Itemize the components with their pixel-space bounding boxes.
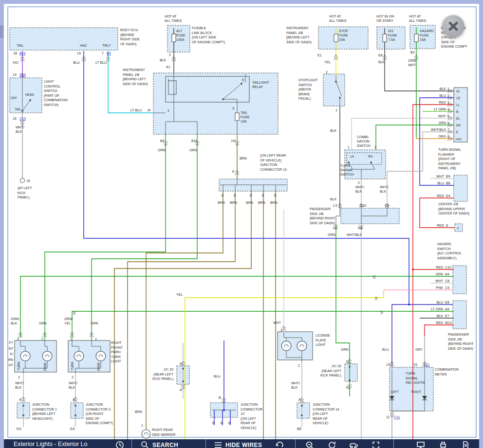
undo-button[interactable] <box>275 440 284 448</box>
document-icon <box>461 440 470 448</box>
vehicle-button[interactable] <box>349 440 358 448</box>
toolbar-divider <box>393 439 394 448</box>
search-icon <box>140 440 150 448</box>
search-button[interactable]: SEARCH <box>140 440 178 448</box>
zoom-out-button[interactable] <box>305 440 315 448</box>
clock-button[interactable] <box>115 440 125 448</box>
printer-button[interactable] <box>438 440 448 448</box>
diagram-title: Exterior Lights - Exterior Lo <box>14 441 87 448</box>
clock-icon <box>115 440 125 448</box>
expand-icon <box>371 440 381 448</box>
vehicle-icon <box>349 440 358 448</box>
undo-icon <box>275 440 284 448</box>
document-button[interactable] <box>461 440 470 448</box>
search-label: SEARCH <box>152 440 178 448</box>
printer-icon <box>438 440 448 448</box>
toolbar-divider <box>295 439 296 448</box>
expand-button[interactable] <box>371 440 381 448</box>
zoom-out-icon <box>305 440 315 448</box>
hide-wires-icon <box>213 440 223 448</box>
hide-wires-button[interactable]: HIDE WIRES <box>213 440 262 448</box>
hide-wires-label: HIDE WIRES <box>225 440 262 448</box>
bottom-toolbar: Exterior Lights - Exterior Lo SEARCH HID… <box>4 439 479 448</box>
toolbar-divider <box>205 439 206 448</box>
toolbar-divider <box>131 439 132 448</box>
history-icon <box>327 440 337 448</box>
diagram-canvas[interactable] <box>4 4 479 439</box>
app-window: BODY ECU(BEHINDRIGHT SIDEOF DASH)TAILHAZ… <box>0 0 483 448</box>
monitor-icon <box>416 440 426 448</box>
window-edge-notch <box>0 25 3 38</box>
monitor-button[interactable] <box>416 440 426 448</box>
close-button[interactable] <box>442 15 464 37</box>
history-button[interactable] <box>327 440 337 448</box>
